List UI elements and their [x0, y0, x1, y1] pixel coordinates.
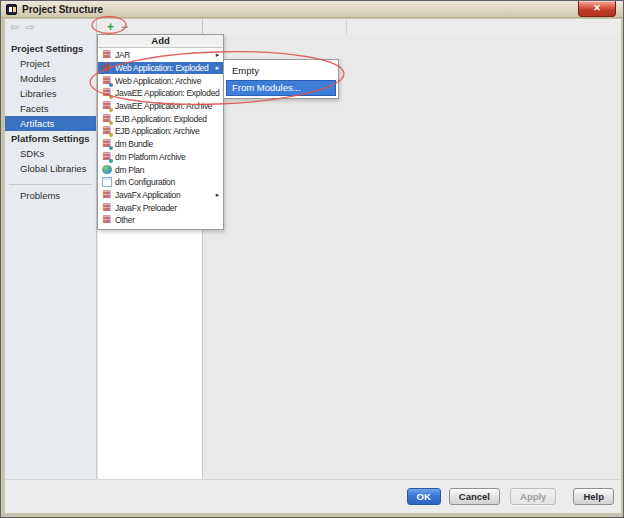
menu-item-dm-configuration[interactable]: dm Configuration — [98, 176, 223, 189]
menu-item-jar[interactable]: JAR — [98, 49, 223, 62]
sidebar-divider — [9, 184, 92, 185]
web-app-icon — [102, 76, 112, 86]
sidebar-list: Project Settings Project Modules Librari… — [5, 41, 96, 203]
menu-item-ejb-application-archive[interactable]: EJB Application: Archive — [98, 125, 223, 138]
other-icon — [102, 215, 112, 225]
section-header-project-settings: Project Settings — [5, 41, 96, 56]
section-header-platform-settings: Platform Settings — [5, 131, 96, 146]
popup-menu-title: Add — [98, 35, 223, 48]
javafx-app-icon — [102, 190, 112, 200]
javafx-preloader-icon — [102, 203, 112, 213]
add-popup-menu: Add JAR Web Application: Exploded Web Ap… — [97, 34, 224, 230]
javaee-app-icon — [102, 88, 112, 98]
history-nav: ⇦⇨ — [10, 21, 40, 34]
ejb-app-icon — [102, 126, 112, 136]
menu-item-javafx-preloader[interactable]: JavaFx Preloader — [98, 201, 223, 214]
dm-bundle-icon — [102, 139, 112, 149]
titlebar: Project Structure — [1, 1, 623, 18]
button-bar: OK Cancel Apply Help — [5, 479, 621, 513]
sidebar-item-libraries[interactable]: Libraries — [5, 86, 96, 101]
menu-item-dm-bundle[interactable]: dm Bundle — [98, 138, 223, 151]
cancel-button[interactable]: Cancel — [449, 488, 500, 505]
dm-plan-icon — [102, 165, 112, 174]
sidebar-item-project[interactable]: Project — [5, 56, 96, 71]
submenu-item-empty[interactable]: Empty — [226, 62, 336, 80]
menu-item-web-application-archive[interactable]: Web Application: Archive — [98, 74, 223, 87]
menu-item-other[interactable]: Other — [98, 214, 223, 227]
toolbar-separator — [346, 19, 347, 34]
artifacts-toolbar: + − — [98, 19, 202, 34]
artifact-editor-area — [204, 34, 621, 479]
menu-item-ejb-application-exploded[interactable]: EJB Application: Exploded — [98, 112, 223, 125]
web-app-icon — [102, 63, 112, 73]
forward-icon[interactable]: ⇨ — [25, 21, 34, 33]
add-artifact-icon[interactable]: + — [107, 21, 114, 33]
intellij-app-icon — [6, 4, 17, 15]
sidebar-item-artifacts[interactable]: Artifacts — [5, 116, 96, 131]
dm-config-icon — [102, 177, 112, 187]
menu-item-javaee-application-exploded[interactable]: JavaEE Application: Exploded — [98, 87, 223, 100]
submenu-item-from-modules[interactable]: From Modules... — [226, 80, 336, 96]
menu-item-dm-platform-archive[interactable]: dm Platform Archive — [98, 151, 223, 164]
menu-item-dm-plan[interactable]: dm Plan — [98, 163, 223, 176]
javaee-app-icon — [102, 101, 112, 111]
help-button[interactable]: Help — [573, 488, 614, 505]
sidebar-item-problems[interactable]: Problems — [5, 188, 96, 203]
menu-item-javaee-application-archive[interactable]: JavaEE Application: Archive — [98, 100, 223, 113]
close-button[interactable]: ✕ — [578, 1, 616, 17]
ok-button[interactable]: OK — [407, 488, 441, 505]
back-icon[interactable]: ⇦ — [10, 21, 19, 33]
menu-item-javafx-application[interactable]: JavaFx Application — [98, 189, 223, 202]
dm-archive-icon — [102, 152, 112, 162]
sidebar-item-modules[interactable]: Modules — [5, 71, 96, 86]
remove-artifact-icon[interactable]: − — [121, 21, 128, 33]
menu-item-web-application-exploded[interactable]: Web Application: Exploded — [98, 62, 223, 75]
sidebar-item-sdks[interactable]: SDKs — [5, 146, 96, 161]
project-structure-dialog: Project Structure ✕ ⇦⇨ Project Settings … — [0, 0, 624, 518]
sidebar-item-global-libraries[interactable]: Global Libraries — [5, 161, 96, 176]
sidebar-item-facets[interactable]: Facets — [5, 101, 96, 116]
apply-button[interactable]: Apply — [510, 488, 556, 505]
jar-icon — [102, 50, 112, 60]
ejb-app-icon — [102, 114, 112, 124]
settings-sidebar: ⇦⇨ Project Settings Project Modules Libr… — [5, 19, 97, 479]
popup-menu-items: JAR Web Application: Exploded Web Applic… — [98, 48, 223, 229]
web-app-exploded-submenu: Empty From Modules... — [223, 59, 339, 99]
window-title: Project Structure — [22, 4, 103, 15]
dialog-body: ⇦⇨ Project Settings Project Modules Libr… — [5, 19, 621, 513]
